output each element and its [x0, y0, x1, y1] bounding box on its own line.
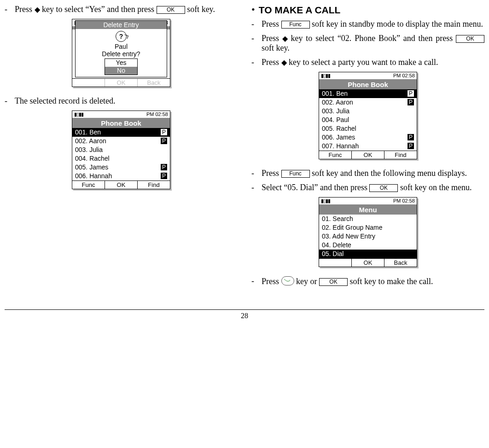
phone-screen-menu: ▮▯▮▮ PM 02:58 Menu 01. Search02. Edit Gr…: [319, 197, 417, 267]
text: key to select a party you want to make a…: [289, 58, 438, 67]
ok-key: OK: [319, 278, 348, 286]
list-item-tag: P: [161, 138, 167, 144]
page-number: 28: [5, 309, 484, 320]
softkey-func[interactable]: Func: [72, 181, 105, 189]
list-item-label: 003. Julia: [75, 145, 103, 154]
list-item[interactable]: 02. Edit Group Name: [319, 223, 417, 232]
list-item[interactable]: 003. Julia: [319, 107, 417, 116]
clock: PM 02:58: [146, 111, 168, 117]
text: soft key to make the call.: [350, 277, 433, 286]
list-item[interactable]: 005. JamesP: [72, 163, 170, 172]
list-item-label: 002. Aaron: [75, 137, 106, 145]
list-item[interactable]: 001. BenP: [319, 89, 417, 98]
list-item-label: 006. James: [322, 133, 355, 142]
softkey-ok[interactable]: OK: [352, 151, 384, 159]
list-item[interactable]: 004. Rachel: [72, 154, 170, 163]
text: key to select “Yes” and then press: [42, 5, 157, 14]
screen-title: Menu: [319, 205, 417, 215]
softkey-find[interactable]: Find: [384, 151, 417, 159]
phone-screen-phonebook-full: ▮▯▮▮ PM 02:58 Phone Book 001. BenP002. A…: [319, 72, 417, 159]
bullet-icon: •: [251, 5, 255, 15]
list-item[interactable]: 05. Dial: [319, 250, 417, 258]
list-item[interactable]: 003. Julia: [72, 145, 170, 154]
list-item-label: 004. Paul: [322, 116, 349, 124]
signal-icon: ▮▯▮▮: [321, 73, 330, 79]
text: soft key in standby mode to display the …: [312, 19, 483, 29]
text: key to select “02. Phone Book” and then …: [291, 34, 456, 43]
list-item[interactable]: 006. JamesP: [319, 133, 417, 142]
text: Press: [262, 19, 281, 29]
softkey-back-ghost: Back: [138, 79, 170, 87]
phonebook-list-full: 001. BenP002. AaronP003. Julia004. Paul0…: [319, 89, 417, 151]
signal-icon: ▮▯▮▮: [321, 198, 330, 204]
list-item-label: 005. Rachel: [322, 124, 356, 133]
list-item-tag: P: [408, 99, 414, 105]
screen-title: Phone Book: [319, 80, 417, 89]
call-icon: [281, 276, 294, 285]
softkey-back[interactable]: Back: [384, 259, 417, 267]
list-item[interactable]: 004. Paul: [319, 116, 417, 124]
text: key or: [296, 277, 319, 286]
list-item[interactable]: 001. BenP: [72, 128, 170, 137]
list-item-tag: P: [161, 129, 167, 135]
list-item-label: 01. Search: [322, 215, 353, 223]
list-item-label: 05. Dial: [322, 250, 343, 258]
text: soft key on the menu.: [400, 183, 472, 192]
list-item-label: 007. Hannah: [322, 142, 359, 151]
softkey-func[interactable]: Func: [319, 151, 352, 159]
list-item[interactable]: 006. HannahP: [72, 172, 170, 180]
list-item-label: 005. James: [75, 163, 108, 172]
func-key: Func: [281, 170, 310, 178]
list-item[interactable]: 002. AaronP: [319, 98, 417, 107]
list-item-label: 03. Add New Entry: [322, 232, 375, 241]
ok-key: OK: [456, 35, 484, 43]
option-yes[interactable]: Yes: [105, 59, 137, 67]
list-item-label: 004. Rachel: [75, 154, 110, 163]
text: soft key.: [187, 5, 215, 14]
ok-key: OK: [157, 6, 185, 14]
list-item-tag: P: [408, 134, 414, 140]
list-item-tag: P: [161, 173, 167, 179]
right-column: • TO MAKE A CALL - Press Func soft key i…: [251, 5, 484, 291]
list-item[interactable]: 03. Add New Entry: [319, 232, 417, 241]
list-item-label: 002. Aaron: [322, 98, 353, 107]
list-item-tag: P: [408, 90, 414, 97]
list-item[interactable]: 04. Delete: [319, 241, 417, 250]
list-item-label: 001. Ben: [75, 128, 101, 137]
list-item-label: 006. Hannah: [75, 172, 112, 180]
text: soft key.: [262, 43, 290, 52]
list-item[interactable]: 002. AaronP: [72, 137, 170, 145]
text: Press: [262, 277, 281, 286]
softkey-ok-ghost: OK: [105, 79, 138, 87]
screen-title: Phone Book: [72, 118, 170, 128]
softkey-find[interactable]: Find: [138, 181, 170, 189]
diamond-icon: ◆: [282, 35, 288, 42]
text: Press: [262, 34, 282, 43]
phone-screen-delete-dialog: ▮▯▮▮ PM 02:58 Delete Entry ? Paul Delete…: [72, 19, 170, 87]
phone-screen-phonebook-after: ▮▯▮▮ PM 02:58 Phone Book 001. BenP002. A…: [72, 111, 170, 189]
text: soft key and then the following menu dis…: [312, 169, 467, 178]
phonebook-list-after: 001. BenP002. AaronP003. Julia004. Rache…: [72, 128, 170, 180]
option-no[interactable]: No: [105, 67, 137, 75]
diamond-icon: ◆: [35, 6, 40, 13]
list-item[interactable]: 007. HannahP: [319, 142, 417, 151]
text: The selected record is deleted.: [15, 96, 238, 106]
menu-list: 01. Search02. Edit Group Name03. Add New…: [319, 215, 417, 258]
func-key: Func: [281, 21, 310, 29]
dialog-title: Delete Entry: [76, 21, 167, 29]
text: Press: [262, 169, 281, 178]
clock: PM 02:58: [393, 198, 415, 204]
list-item-label: 02. Edit Group Name: [322, 223, 383, 232]
list-item-tag: P: [161, 164, 167, 170]
list-item[interactable]: 01. Search: [319, 215, 417, 223]
section-heading: TO MAKE A CALL: [259, 5, 341, 16]
list-item[interactable]: 005. Rachel: [319, 124, 417, 133]
text: Press: [15, 5, 35, 14]
left-column: - Press ◆ key to select “Yes” and then p…: [5, 5, 238, 291]
list-item-label: 04. Delete: [322, 241, 351, 250]
softkey-ok[interactable]: OK: [105, 181, 138, 189]
clock: PM 02:58: [393, 73, 415, 79]
text: Select “05. Dial” and then press: [262, 183, 369, 192]
softkey-ok[interactable]: OK: [352, 259, 384, 267]
text: Press: [262, 58, 281, 67]
